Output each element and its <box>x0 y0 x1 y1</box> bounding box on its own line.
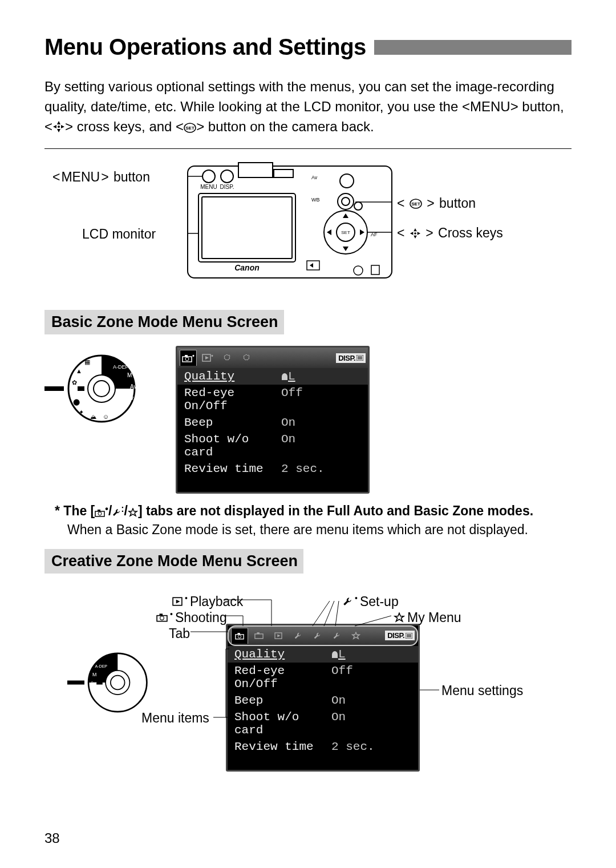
menu-label: Shoot w/o card <box>184 433 281 459</box>
menu-value: Off <box>281 386 303 413</box>
section-heading-creative: Creative Zone Mode Menu Screen <box>44 549 303 574</box>
set-button-icon: SET <box>184 119 196 139</box>
basic-zone-row: A-DEP M Av Tv P ▦▲✿ ⬤✦⛰☺ • • <box>44 346 572 494</box>
menu-button-word: button <box>114 169 150 185</box>
title-row: Menu Operations and Settings <box>44 34 572 60</box>
disp-indicator: DISP. <box>336 353 366 363</box>
svg-text:✿: ✿ <box>72 379 77 386</box>
label-tab: Tab <box>169 626 190 641</box>
menu-value: On <box>331 710 346 737</box>
page-number: 38 <box>44 830 60 846</box>
menu-value: On <box>331 694 346 707</box>
menu-screen-basic: • • DISP. Quality L Red-eye On/OffOff <box>176 346 370 494</box>
menu-value: 2 sec. <box>281 462 325 475</box>
mode-dial-basic: A-DEP M Av Tv P ▦▲✿ ⬤✦⛰☺ <box>44 346 141 431</box>
playback-text: Playback <box>190 594 243 609</box>
tab-playback-icon <box>270 628 287 644</box>
svg-text:A-DEP: A-DEP <box>113 364 129 370</box>
svg-text:DISP.: DISP. <box>220 184 234 190</box>
svg-point-18 <box>354 202 362 210</box>
menu-value: On <box>281 433 295 459</box>
tab-mymenu-icon <box>347 628 364 644</box>
menu-label: Quality <box>184 370 281 383</box>
svg-point-7 <box>221 170 233 183</box>
svg-text:⛰: ⛰ <box>90 413 96 420</box>
svg-text:MENU: MENU <box>200 184 217 190</box>
svg-rect-42 <box>44 386 64 391</box>
tab-setup-3-icon <box>328 628 345 644</box>
tab-setup-1-icon <box>289 628 306 644</box>
svg-text:Canon: Canon <box>234 263 260 272</box>
footnote-line1: * The [•/:/] tabs are not displayed in t… <box>55 503 533 518</box>
intro-d: > cross keys, and < <box>65 119 184 134</box>
svg-text:Av: Av <box>91 680 97 686</box>
title-bar <box>374 40 572 55</box>
menu-text: MENU <box>61 169 100 185</box>
camera-back-illustration: MENU DISP. SET Av WB AF Canon <box>187 159 392 285</box>
svg-point-17 <box>342 197 350 205</box>
label-set-button: < SET > button <box>397 196 476 211</box>
svg-point-24 <box>354 266 363 275</box>
svg-text:P: P <box>100 696 104 702</box>
menu-row: Quality L <box>228 646 418 663</box>
set-icon: SET <box>410 199 422 209</box>
section-heading-basic: Basic Zone Mode Menu Screen <box>44 310 284 334</box>
menu-row: Shoot w/o cardOn <box>228 709 418 738</box>
label-cross-keys: < > Cross keys <box>397 225 503 241</box>
label-menu-button: <MENU> button <box>52 169 150 185</box>
label-lcd-monitor: LCD monitor <box>82 227 156 242</box>
svg-text:A-DEP: A-DEP <box>95 664 108 668</box>
menu-label: Review time <box>234 740 331 753</box>
crosskeys-icon <box>410 228 421 239</box>
footnote: * The [•/:/] tabs are not displayed in t… <box>55 502 572 538</box>
svg-rect-41 <box>78 386 84 391</box>
star-icon <box>394 612 405 623</box>
svg-text:⬤: ⬤ <box>73 398 80 406</box>
svg-line-86 <box>313 601 330 626</box>
cross-keys-icon <box>52 119 65 139</box>
svg-text:Tv: Tv <box>94 689 99 695</box>
detail-icon <box>356 355 363 361</box>
label-mymenu: My Menu <box>394 610 461 625</box>
label-menu-items: Menu items <box>141 710 209 726</box>
footnote-line2: When a Basic Zone mode is set, there are… <box>67 520 572 539</box>
svg-point-32 <box>414 232 416 235</box>
menu-row: Quality L <box>177 368 368 385</box>
svg-point-35 <box>94 381 110 397</box>
menu-label: Red-eye On/Off <box>234 664 331 691</box>
quality-l-icon <box>331 651 338 659</box>
creative-zone-area: A-DEP M Av Tv P DISP. Quality L Red-eye … <box>44 594 572 782</box>
tab-shooting-1-icon <box>231 628 248 644</box>
label-playback: • Playback <box>172 594 243 609</box>
setup-text: Set-up <box>360 594 399 609</box>
footnote-a: * The [ <box>55 503 95 518</box>
menu-value: L <box>281 370 295 383</box>
svg-rect-51 <box>185 355 188 357</box>
tab-playback-icon: • <box>199 350 216 366</box>
tab-shooting-1-icon: • <box>180 350 197 366</box>
intro-paragraph: By setting various optional settings wit… <box>44 77 572 138</box>
svg-text:P: P <box>119 405 123 411</box>
menu-label: Beep <box>184 416 281 429</box>
mymenu-text: My Menu <box>407 610 461 625</box>
tab-shooting-2-icon <box>250 628 268 644</box>
menu-row: Red-eye On/OffOff <box>177 385 368 414</box>
svg-text:Tv: Tv <box>127 395 133 401</box>
tab-strip: • • DISP. <box>177 348 368 368</box>
svg-line-88 <box>335 601 339 626</box>
svg-rect-72 <box>237 633 240 635</box>
svg-point-95 <box>160 616 164 620</box>
menu-value: Off <box>331 664 353 691</box>
label-setup: • Set-up <box>342 594 399 609</box>
svg-rect-74 <box>255 634 263 639</box>
svg-point-60 <box>98 512 102 515</box>
svg-rect-8 <box>238 163 273 177</box>
svg-rect-69 <box>96 680 103 684</box>
svg-text:SET: SET <box>341 230 350 235</box>
shooting-text: Shooting <box>175 610 227 625</box>
intro-e: > button on the camera back. <box>196 119 374 134</box>
menu-row: BeepOn <box>228 692 418 709</box>
menu-row: Review time2 sec. <box>177 461 368 477</box>
label-shooting: • Shooting <box>156 610 227 625</box>
svg-text:☺: ☺ <box>103 413 109 420</box>
